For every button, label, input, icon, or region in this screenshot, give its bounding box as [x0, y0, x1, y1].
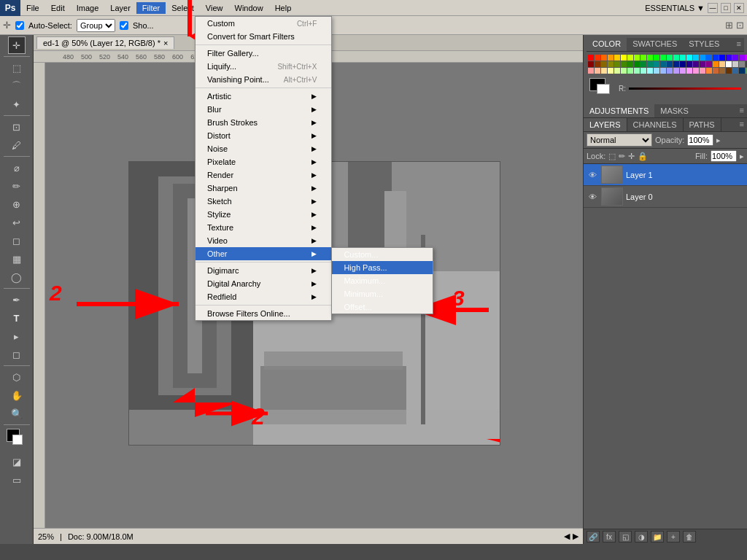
dodge-tool[interactable]: ◯ [8, 268, 26, 286]
brush-tool[interactable]: ✏ [8, 177, 26, 195]
swatch[interactable] [660, 61, 666, 67]
swatch[interactable] [719, 55, 725, 61]
swatch[interactable] [627, 61, 633, 67]
tab-color[interactable]: COLOR [587, 38, 627, 51]
swatch[interactable] [713, 61, 719, 67]
swatch[interactable] [732, 68, 738, 74]
swatch[interactable] [608, 68, 614, 74]
submenu-custom[interactable]: Custom... [332, 248, 433, 261]
menu-browse-filters[interactable]: Browse Filters Online... [196, 307, 331, 320]
tab-masks[interactable]: MASKS [654, 104, 694, 117]
tab-close[interactable]: × [163, 39, 168, 47]
swatch[interactable] [680, 61, 686, 67]
path-select-tool[interactable]: ▸ [8, 327, 26, 345]
layer-fx-button[interactable]: fx [603, 531, 616, 542]
submenu-minimum[interactable]: Minimum... [332, 287, 433, 300]
swatch[interactable] [654, 68, 659, 74]
tab-swatches[interactable]: SWATCHES [627, 38, 683, 51]
swatch[interactable] [667, 61, 673, 67]
swatch[interactable] [621, 68, 627, 74]
submenu-offset[interactable]: Offset... [332, 300, 433, 314]
swatch[interactable] [667, 68, 673, 74]
auto-select-checkbox[interactable] [15, 21, 24, 30]
minimize-button[interactable]: — [708, 3, 718, 13]
swatch[interactable] [654, 55, 659, 61]
menu-filter-gallery[interactable]: Filter Gallery... [196, 47, 331, 60]
opacity-arrow[interactable]: ▸ [716, 136, 721, 145]
gradient-tool[interactable]: ▦ [8, 250, 26, 268]
auto-select-dropdown[interactable]: Group [77, 19, 115, 32]
swatch[interactable] [614, 68, 620, 74]
swatch[interactable] [588, 61, 594, 67]
swatch[interactable] [686, 61, 692, 67]
zoom-tool[interactable]: 🔍 [8, 405, 26, 422]
menu-convert-smart-filters[interactable]: Convert for Smart Filters [196, 30, 331, 43]
lock-all-icon[interactable]: 🔒 [638, 152, 648, 161]
swatch[interactable] [732, 55, 738, 61]
swatch[interactable] [634, 55, 640, 61]
screen-mode-tool[interactable]: ▭ [8, 471, 26, 489]
swatch[interactable] [654, 61, 659, 67]
align-icon-2[interactable]: ⊡ [736, 20, 744, 31]
menu-window[interactable]: Window [229, 2, 269, 14]
layer-1-name[interactable]: Layer 1 [626, 171, 744, 179]
menu-select[interactable]: Select [166, 2, 200, 14]
swatch[interactable] [739, 61, 745, 67]
foreground-background-colors[interactable] [7, 429, 27, 449]
swatch[interactable] [595, 68, 600, 74]
background-color[interactable] [12, 435, 23, 445]
layer-item-0[interactable]: 👁 Layer 0 [584, 186, 747, 208]
menu-liquify[interactable]: Liquify... Shift+Ctrl+X [196, 60, 331, 73]
opacity-input[interactable] [687, 134, 713, 146]
swatch[interactable] [640, 55, 646, 61]
essentials-label[interactable]: ESSENTIALS ▼ [645, 4, 705, 12]
swatch[interactable] [627, 68, 633, 74]
swatch[interactable] [608, 61, 614, 67]
menu-edit[interactable]: Edit [45, 2, 71, 14]
hand-tool[interactable]: ✋ [8, 386, 26, 404]
swatch[interactable] [647, 55, 653, 61]
swatch[interactable] [673, 61, 679, 67]
swatch[interactable] [608, 55, 614, 61]
swatch[interactable] [726, 55, 732, 61]
tab-layers[interactable]: LAYERS [584, 118, 627, 131]
tab-paths[interactable]: PATHS [684, 118, 721, 131]
swatch[interactable] [713, 68, 719, 74]
swatch[interactable] [634, 61, 640, 67]
layer-adj-button[interactable]: ◑ [635, 531, 648, 542]
swatch[interactable] [627, 55, 633, 61]
swatch[interactable] [595, 61, 600, 67]
submenu-maximum[interactable]: Maximum... [332, 274, 433, 287]
swatch[interactable] [667, 55, 673, 61]
tab-channels[interactable]: CHANNELS [627, 118, 684, 131]
lock-transparent-icon[interactable]: ⬚ [608, 152, 616, 161]
swatch[interactable] [693, 61, 699, 67]
menu-vanishing-point[interactable]: Vanishing Point... Alt+Ctrl+V [196, 73, 331, 86]
swatch[interactable] [706, 61, 712, 67]
swatch[interactable] [601, 61, 607, 67]
layer-delete-button[interactable]: 🗑 [683, 531, 696, 542]
swatch[interactable] [693, 55, 699, 61]
swatch[interactable] [732, 61, 738, 67]
swatch[interactable] [739, 68, 745, 74]
lasso-tool[interactable]: ⌒ [8, 77, 26, 95]
swatch[interactable] [726, 61, 732, 67]
swatch[interactable] [719, 61, 725, 67]
pen-tool[interactable]: ✒ [8, 291, 26, 308]
menu-layer[interactable]: Layer [104, 2, 136, 14]
menu-distort[interactable]: Distort [196, 129, 331, 142]
swatch[interactable] [614, 61, 620, 67]
swatch[interactable] [686, 55, 692, 61]
swatch[interactable] [614, 55, 620, 61]
menu-sharpen[interactable]: Sharpen [196, 182, 331, 195]
swatch[interactable] [621, 55, 627, 61]
quick-mask-tool[interactable]: ◪ [8, 453, 26, 470]
swatch[interactable] [647, 68, 653, 74]
menu-digital-anarchy[interactable]: Digital Anarchy [196, 277, 331, 290]
menu-view[interactable]: View [200, 2, 229, 14]
swatch[interactable] [660, 68, 666, 74]
eraser-tool[interactable]: ◻ [8, 232, 26, 249]
swatch[interactable] [601, 68, 607, 74]
wand-tool[interactable]: ✦ [8, 96, 26, 113]
menu-image[interactable]: Image [71, 2, 105, 14]
